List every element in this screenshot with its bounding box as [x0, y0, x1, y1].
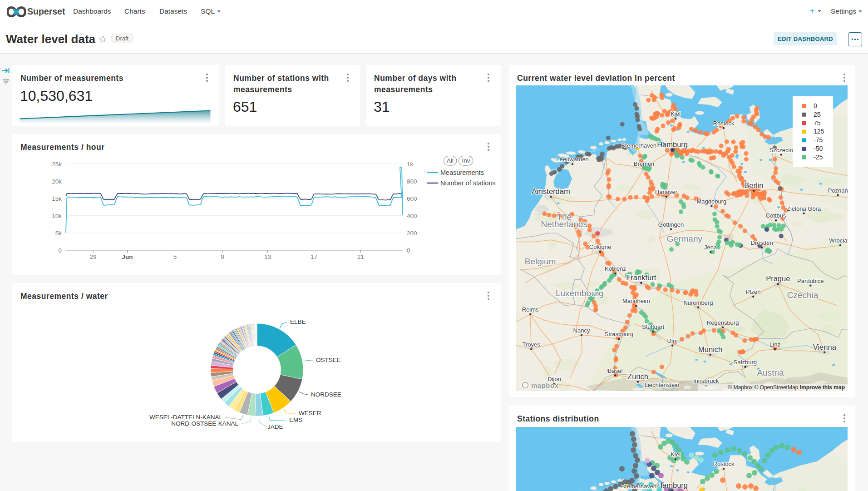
svg-text:Rostock: Rostock [713, 461, 735, 467]
svg-text:Magdeburg: Magdeburg [696, 198, 726, 205]
svg-text:Hanover: Hanover [655, 188, 678, 195]
svg-text:Germany: Germany [667, 234, 703, 243]
svg-text:21: 21 [357, 253, 364, 260]
svg-text:Frankfurt: Frankfurt [626, 273, 656, 282]
svg-text:Dresden: Dresden [751, 239, 773, 246]
svg-text:Vienna: Vienna [813, 343, 837, 351]
svg-text:400: 400 [407, 213, 417, 219]
svg-text:Cottbus: Cottbus [766, 212, 786, 219]
svg-text:Luxembourg: Luxembourg [556, 288, 604, 298]
svg-text:1k: 1k [407, 161, 414, 168]
svg-text:Linz: Linz [769, 341, 780, 348]
svg-text:20k: 20k [52, 178, 62, 185]
svg-text:800: 800 [407, 178, 417, 185]
svg-text:Rostock: Rostock [713, 120, 735, 127]
svg-text:Austria: Austria [757, 368, 784, 377]
svg-text:Belgium: Belgium [525, 257, 556, 266]
svg-text:WESEL-DATTELN-KANAL: WESEL-DATTELN-KANAL [149, 414, 223, 421]
svg-text:Reims: Reims [522, 306, 539, 313]
svg-text:Plzeň: Plzeň [746, 288, 761, 295]
svg-text:OSTSEE: OSTSEE [316, 357, 341, 363]
svg-text:Mannheim: Mannheim [622, 298, 650, 304]
svg-text:Bremerhaven: Bremerhaven [621, 142, 656, 149]
svg-text:Göttingen: Göttingen [658, 221, 684, 228]
svg-text:Measurements: Measurements [440, 169, 484, 176]
svg-text:Netherlands: Netherlands [541, 219, 587, 229]
svg-text:mapbox: mapbox [531, 382, 559, 389]
svg-text:Szczecin: Szczecin [769, 147, 793, 154]
svg-text:29: 29 [89, 253, 96, 260]
svg-text:-75: -75 [814, 136, 823, 144]
svg-text:Liechtenstein: Liechtenstein [645, 382, 680, 388]
svg-text:Jena: Jena [704, 244, 717, 251]
svg-text:Stuttgart: Stuttgart [642, 323, 665, 330]
svg-text:Leeuwarden: Leeuwarden [556, 156, 589, 163]
svg-text:NORDSEE: NORDSEE [311, 391, 341, 398]
svg-text:600: 600 [407, 195, 417, 202]
svg-text:75: 75 [814, 119, 821, 127]
svg-text:200: 200 [407, 230, 417, 237]
svg-text:0: 0 [814, 102, 817, 109]
svg-text:Berlin: Berlin [744, 181, 763, 189]
svg-text:Hamburg: Hamburg [657, 140, 688, 149]
svg-text:Zurich: Zurich [627, 372, 648, 381]
svg-text:Amsterdam: Amsterdam [532, 187, 570, 195]
svg-text:Prague: Prague [766, 274, 790, 283]
svg-text:Koblenz: Koblenz [605, 265, 626, 272]
svg-text:Wrocław: Wrocław [829, 237, 848, 244]
svg-text:ELBE: ELBE [290, 318, 306, 325]
svg-text:25k: 25k [52, 161, 62, 168]
svg-text:Zielona Góra: Zielona Góra [787, 205, 821, 212]
svg-text:9: 9 [221, 253, 224, 260]
svg-text:Czechia: Czechia [787, 290, 819, 300]
svg-text:Munich: Munich [698, 345, 722, 353]
svg-text:Innsbruck: Innsbruck [693, 377, 719, 384]
svg-text:17: 17 [311, 253, 317, 260]
svg-text:Bremerhaven: Bremerhaven [621, 483, 656, 490]
svg-text:Ulm: Ulm [667, 337, 678, 344]
svg-text:15k: 15k [52, 195, 62, 202]
svg-text:0: 0 [407, 247, 410, 254]
svg-text:13: 13 [264, 253, 271, 260]
svg-text:Strasbourg: Strasbourg [605, 331, 634, 337]
svg-text:0: 0 [58, 247, 62, 254]
svg-text:WESER: WESER [299, 410, 321, 417]
svg-text:Jun: Jun [122, 253, 133, 260]
svg-text:All: All [447, 157, 454, 164]
svg-text:Hamburg: Hamburg [657, 481, 688, 489]
svg-text:-50: -50 [814, 145, 823, 152]
svg-text:Inv: Inv [462, 157, 470, 164]
svg-text:-25: -25 [814, 154, 823, 161]
svg-text:Nuremberg: Nuremberg [683, 299, 713, 306]
svg-text:10k: 10k [52, 213, 62, 219]
svg-text:EMS: EMS [289, 417, 302, 423]
svg-text:25: 25 [814, 111, 821, 118]
svg-text:Nancy: Nancy [573, 327, 590, 334]
svg-text:Basel: Basel [608, 367, 623, 374]
svg-text:Poznań: Poznań [828, 187, 848, 194]
svg-text:Bremen: Bremen [634, 160, 655, 167]
svg-text:Cologne: Cologne [589, 243, 611, 250]
svg-text:JADE: JADE [267, 423, 283, 430]
svg-text:Troyes: Troyes [523, 341, 541, 348]
svg-text:Kiel: Kiel [671, 110, 681, 117]
svg-text:NORD-OSTSEE-KANAL: NORD-OSTSEE-KANAL [171, 420, 238, 427]
svg-text:Regensburg: Regensburg [707, 319, 739, 326]
svg-text:Kiel: Kiel [671, 451, 681, 458]
svg-text:© Mapbox © OpenStreetMap Impro: © Mapbox © OpenStreetMap Improve this ma… [728, 384, 845, 391]
svg-text:Number of stations: Number of stations [440, 179, 496, 187]
svg-text:125: 125 [814, 128, 824, 135]
svg-text:Salzburg: Salzburg [734, 359, 757, 366]
svg-text:5k: 5k [55, 230, 62, 237]
svg-text:5: 5 [173, 253, 177, 260]
svg-text:Pardubice: Pardubice [797, 278, 824, 284]
